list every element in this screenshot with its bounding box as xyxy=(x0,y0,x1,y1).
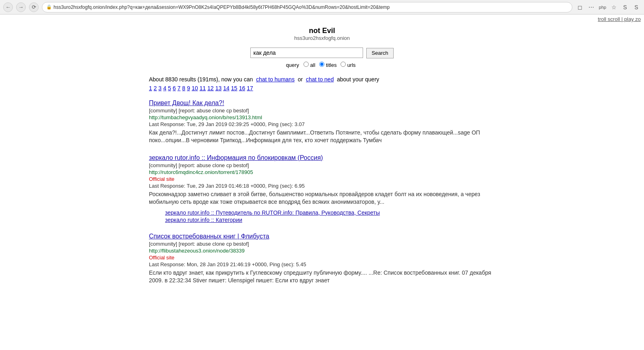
result-url-1: http://rutorc6mqdinc4cz.onion/torrent/17… xyxy=(149,169,495,175)
search-input[interactable] xyxy=(250,48,363,58)
radio-titles[interactable] xyxy=(319,62,324,67)
pagination-page-17[interactable]: 17 xyxy=(247,85,253,91)
result-title-2: Список востребованных книг | Флибуста xyxy=(149,233,495,240)
official-site-2: Official site xyxy=(149,255,495,261)
browser-chrome: ← → ⟳ 🔒 hss3uro2hsxfogfq.onion/index.php… xyxy=(0,0,644,14)
result-title-link-2[interactable]: Список востребованных книг | Флибуста xyxy=(149,233,269,240)
pagination: 1234567891011121314151617 xyxy=(149,85,495,91)
option-urls-label[interactable]: urls xyxy=(341,62,356,68)
search-form: Search xyxy=(149,48,495,58)
result-title-1: зеркало rutor.info :: Информация по блок… xyxy=(149,154,495,162)
option-titles-label[interactable]: titles xyxy=(319,62,338,68)
official-site-1: Official site xyxy=(149,176,495,182)
profile-icon[interactable]: S xyxy=(632,3,641,12)
result-title-link-1[interactable]: зеркало rutor.info :: Информация по блок… xyxy=(149,154,323,161)
pagination-page-16[interactable]: 16 xyxy=(239,85,246,91)
pagination-page-2[interactable]: 2 xyxy=(154,85,157,91)
bookmark-star-icon[interactable]: ☆ xyxy=(609,3,618,12)
result-title-0: Привет Двощ! Как дела?! xyxy=(149,99,495,107)
query-label: query xyxy=(286,62,299,68)
extensions-button[interactable]: ◻ xyxy=(576,3,584,12)
result-item-2: Список востребованных книг | Флибуста[co… xyxy=(149,233,495,285)
pagination-page-5[interactable]: 5 xyxy=(168,85,171,91)
pagination-page-6[interactable]: 6 xyxy=(173,85,176,91)
result-url-2: http://flibustahezeous3.onion/node/38339 xyxy=(149,248,495,254)
results-text-before: About 8830 results (191ms), now you can xyxy=(149,76,253,83)
site-domain: hss3uro2hsxfogfq.onion xyxy=(149,35,495,41)
back-button[interactable]: ← xyxy=(3,2,13,12)
pagination-page-11[interactable]: 11 xyxy=(200,85,206,91)
results-text-after: about your query xyxy=(337,76,379,83)
results-info: About 8830 results (191ms), now you can … xyxy=(149,76,495,83)
result-meta-2: [community] [report: abuse clone cp best… xyxy=(149,241,495,247)
result-snippet-2: Если кто вдруг знает, как прикрутить к Г… xyxy=(149,269,495,285)
php-icon: php xyxy=(598,3,607,12)
pagination-page-3[interactable]: 3 xyxy=(159,85,162,91)
sublink-1-1[interactable]: зеркало rutor.info :: Категории xyxy=(165,217,495,223)
result-meta-0: [community] [report: abuse clone cp best… xyxy=(149,108,495,114)
security-icon: 🔒 xyxy=(46,4,52,10)
radio-urls[interactable] xyxy=(341,62,346,67)
site-title-section: not Evil hss3uro2hsxfogfq.onion xyxy=(149,27,495,41)
result-snippet-1: Роскомнадзор заметно сливает в этой битв… xyxy=(149,191,495,206)
page-content: not Evil hss3uro2hsxfogfq.onion Search q… xyxy=(141,14,503,302)
result-ping-2: Last Response: Mon, 28 Jan 2019 21:46:19… xyxy=(149,261,495,267)
chat-ned-link[interactable]: chat to ned xyxy=(306,76,334,83)
result-meta-1: [community] [report: abuse clone cp best… xyxy=(149,162,495,168)
site-title: not Evil xyxy=(149,27,495,35)
pagination-page-1[interactable]: 1 xyxy=(149,85,152,91)
result-snippet-0: Как дела?!...Достигнут лимит постов...До… xyxy=(149,129,495,145)
search-button[interactable]: Search xyxy=(366,48,393,58)
results-list: Привет Двощ! Как дела?![community] [repo… xyxy=(149,99,495,285)
result-item-0: Привет Двощ! Как дела?![community] [repo… xyxy=(149,99,495,145)
result-title-link-0[interactable]: Привет Двощ! Как дела?! xyxy=(149,99,224,106)
search-options: query all titles urls xyxy=(149,62,495,68)
result-sublinks-1: зеркало rutor.info :: Путеводитель по RU… xyxy=(165,209,495,223)
result-ping-1: Last Response: Tue, 29 Jan 2019 01:46:18… xyxy=(149,183,495,189)
address-text: hss3uro2hsxfogfq.onion/index.php?q=как+д… xyxy=(54,4,568,10)
pagination-page-4[interactable]: 4 xyxy=(163,85,166,91)
forward-button[interactable]: → xyxy=(16,2,26,12)
result-item-1: зеркало rutor.info :: Информация по блок… xyxy=(149,154,495,223)
top-right-links: troll scroll | play zo xyxy=(598,16,641,22)
sync-icon[interactable]: S xyxy=(621,3,630,12)
menu-button[interactable]: ⋯ xyxy=(587,3,596,12)
option-all-label[interactable]: all xyxy=(303,62,317,68)
result-ping-0: Last Response: Tue, 29 Jan 2019 02:39:25… xyxy=(149,121,495,127)
pagination-page-13[interactable]: 13 xyxy=(215,85,222,91)
pagination-page-9[interactable]: 9 xyxy=(187,85,190,91)
troll-scroll-link[interactable]: troll scroll | play zo xyxy=(598,16,641,22)
address-bar[interactable]: 🔒 hss3uro2hsxfogfq.onion/index.php?q=как… xyxy=(42,2,572,12)
pagination-page-12[interactable]: 12 xyxy=(207,85,214,91)
sublink-1-0[interactable]: зеркало rutor.info :: Путеводитель по RU… xyxy=(165,209,495,216)
pagination-page-14[interactable]: 14 xyxy=(223,85,229,91)
pagination-page-10[interactable]: 10 xyxy=(192,85,198,91)
pagination-page-7[interactable]: 7 xyxy=(178,85,181,91)
result-url-0: http://tumbachegvyaadyq.onion/b/res/1391… xyxy=(149,114,495,120)
pagination-page-15[interactable]: 15 xyxy=(231,85,237,91)
chat-humans-link[interactable]: chat to humans xyxy=(256,76,295,83)
reload-button[interactable]: ⟳ xyxy=(29,2,39,12)
radio-all[interactable] xyxy=(303,62,309,67)
browser-actions: ◻ ⋯ php ☆ S S xyxy=(576,3,641,12)
pagination-page-8[interactable]: 8 xyxy=(182,85,186,91)
results-or: or xyxy=(298,76,303,83)
